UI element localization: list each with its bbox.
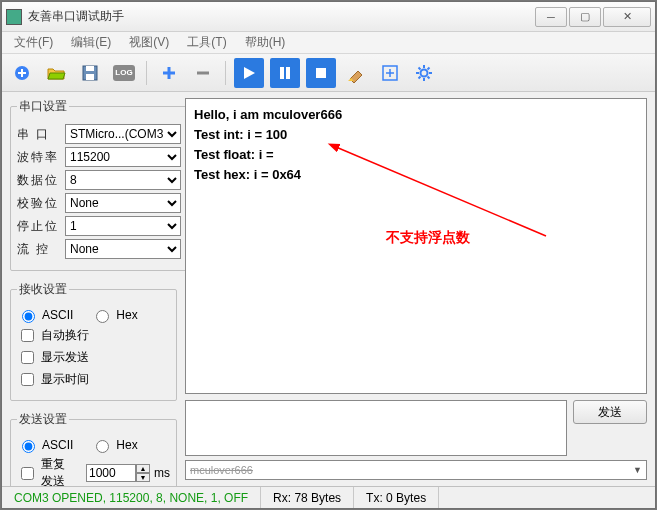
interval-unit: ms [154,466,170,480]
recv-settings-group: 接收设置 ASCII Hex 自动换行 显示发送 显示时间 [10,281,177,401]
menubar: 文件(F) 编辑(E) 视图(V) 工具(T) 帮助(H) [2,32,655,54]
svg-rect-5 [286,67,290,79]
svg-line-9 [336,147,546,236]
annotation-text: 不支持浮点数 [386,229,470,247]
port-label: 串 口 [17,126,61,143]
flow-label: 流 控 [17,241,61,258]
svg-rect-2 [86,66,94,71]
minimize-button[interactable]: ─ [535,7,567,27]
new-icon[interactable] [8,59,36,87]
minus-icon[interactable] [189,59,217,87]
svg-point-8 [421,69,428,76]
menu-view[interactable]: 视图(V) [121,32,177,53]
maximize-button[interactable]: ▢ [569,7,601,27]
send-settings-group: 发送设置 ASCII Hex 重复发送 ▲▼ ms [10,411,177,486]
data-label: 数据位 [17,172,61,189]
open-icon[interactable] [42,59,70,87]
save-icon[interactable] [76,59,104,87]
status-connection: COM3 OPENED, 115200, 8, NONE, 1, OFF [2,487,261,508]
titlebar: 友善串口调试助手 ─ ▢ ✕ [2,2,655,32]
sidebar: 串口设置 串 口STMicro...(COM3 波特率115200 数据位8 校… [2,92,185,486]
status-tx: Tx: 0 Bytes [354,487,439,508]
autowrap-check[interactable]: 自动换行 [17,326,89,345]
port-settings-legend: 串口设置 [17,98,69,115]
history-dropdown[interactable]: mculover666 ▼ [185,460,647,480]
showtime-check[interactable]: 显示时间 [17,370,89,389]
stop-icon[interactable] [306,58,336,88]
menu-edit[interactable]: 编辑(E) [63,32,119,53]
recv-ascii-radio[interactable]: ASCII [17,307,73,323]
chevron-down-icon: ▼ [633,465,642,475]
repeat-check[interactable]: 重复发送 [17,456,68,486]
plus-icon[interactable] [155,59,183,87]
recv-settings-legend: 接收设置 [17,281,69,298]
menu-tools[interactable]: 工具(T) [179,32,234,53]
port-select[interactable]: STMicro...(COM3 [65,124,181,144]
history-value: mculover666 [190,464,253,476]
svg-rect-6 [316,68,326,78]
svg-rect-3 [86,74,94,80]
expand-icon[interactable] [376,59,404,87]
menu-help[interactable]: 帮助(H) [237,32,294,53]
send-area[interactable] [185,400,567,456]
rx-line: Hello, i am mculover666 [194,105,638,125]
app-icon [6,9,22,25]
data-select[interactable]: 8 [65,170,181,190]
statusbar: COM3 OPENED, 115200, 8, NONE, 1, OFF Rx:… [2,486,655,508]
port-settings-group: 串口设置 串 口STMicro...(COM3 波特率115200 数据位8 校… [10,98,188,271]
receive-area[interactable]: Hello, i am mculover666 Test int: i = 10… [185,98,647,394]
baud-select[interactable]: 115200 [65,147,181,167]
interval-input[interactable] [86,464,136,482]
pause-icon[interactable] [270,58,300,88]
stop-label: 停止位 [17,218,61,235]
clear-icon[interactable] [342,59,370,87]
close-button[interactable]: ✕ [603,7,651,27]
stop-select[interactable]: 1 [65,216,181,236]
log-icon[interactable]: LOG [110,59,138,87]
send-hex-radio[interactable]: Hex [91,437,137,453]
flow-select[interactable]: None [65,239,181,259]
parity-select[interactable]: None [65,193,181,213]
toolbar: LOG [2,54,655,92]
spin-down[interactable]: ▼ [136,473,150,482]
gear-icon[interactable] [410,59,438,87]
send-ascii-radio[interactable]: ASCII [17,437,73,453]
status-rx: Rx: 78 Bytes [261,487,354,508]
parity-label: 校验位 [17,195,61,212]
send-button[interactable]: 发送 [573,400,647,424]
svg-rect-4 [280,67,284,79]
menu-file[interactable]: 文件(F) [6,32,61,53]
interval-spinner[interactable]: ▲▼ [86,464,150,482]
send-settings-legend: 发送设置 [17,411,69,428]
play-icon[interactable] [234,58,264,88]
recv-hex-radio[interactable]: Hex [91,307,137,323]
window-title: 友善串口调试助手 [28,8,533,25]
showsend-check[interactable]: 显示发送 [17,348,89,367]
spin-up[interactable]: ▲ [136,464,150,473]
baud-label: 波特率 [17,149,61,166]
